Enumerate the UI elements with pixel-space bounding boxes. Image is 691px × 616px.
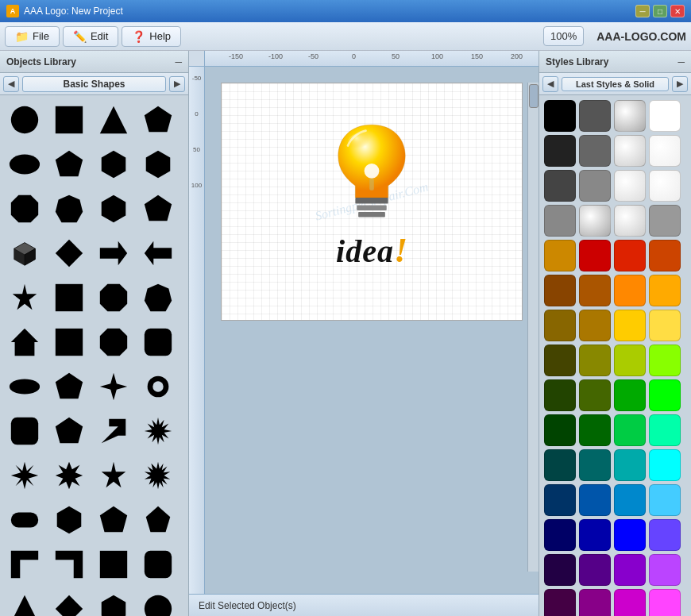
shape-cell[interactable] xyxy=(3,187,46,230)
shape-cell[interactable] xyxy=(48,543,91,586)
objects-prev-button[interactable]: ◀ xyxy=(3,76,19,92)
color-swatch[interactable] xyxy=(579,205,611,237)
shape-cell[interactable] xyxy=(48,587,91,616)
minimize-button[interactable]: ─ xyxy=(635,5,650,17)
shape-cell[interactable] xyxy=(3,410,46,452)
shape-cell[interactable] xyxy=(92,232,135,275)
color-swatch[interactable] xyxy=(579,240,611,271)
color-swatch[interactable] xyxy=(579,170,611,202)
color-swatch[interactable] xyxy=(579,275,611,306)
color-swatch[interactable] xyxy=(544,310,576,341)
color-swatch[interactable] xyxy=(649,170,681,202)
shape-cell[interactable] xyxy=(3,321,46,364)
shape-cell[interactable] xyxy=(3,232,46,275)
shape-cell[interactable] xyxy=(137,410,180,452)
color-swatch[interactable] xyxy=(649,449,681,481)
shape-cell[interactable] xyxy=(3,543,46,586)
help-menu[interactable]: ❓ Help xyxy=(122,26,181,47)
color-swatch[interactable] xyxy=(544,379,576,411)
color-swatch[interactable] xyxy=(614,589,646,616)
color-swatch[interactable] xyxy=(614,205,646,237)
color-swatch[interactable] xyxy=(649,205,681,237)
color-swatch[interactable] xyxy=(614,170,646,202)
shape-cell[interactable] xyxy=(137,321,180,364)
objects-library-collapse[interactable]: ─ xyxy=(176,56,183,67)
shape-cell[interactable] xyxy=(137,276,180,319)
color-swatch[interactable] xyxy=(649,240,681,271)
color-swatch[interactable] xyxy=(614,345,646,376)
shape-cell[interactable] xyxy=(3,143,46,186)
shape-cell[interactable] xyxy=(3,276,46,319)
color-swatch[interactable] xyxy=(544,589,576,616)
shape-cell[interactable] xyxy=(92,321,135,364)
shape-cell[interactable] xyxy=(48,143,91,186)
edit-menu[interactable]: ✏️ Edit xyxy=(63,26,118,47)
shape-cell[interactable] xyxy=(137,365,180,408)
shape-cell[interactable] xyxy=(137,232,180,275)
shape-cell[interactable] xyxy=(3,98,46,141)
shape-cell[interactable] xyxy=(48,98,91,141)
shape-cell[interactable] xyxy=(48,232,91,275)
color-swatch[interactable] xyxy=(544,135,576,167)
shape-cell[interactable] xyxy=(137,143,180,186)
close-button[interactable]: ✕ xyxy=(670,5,685,17)
canvas-scrollbar-vertical[interactable] xyxy=(527,83,539,572)
color-swatch[interactable] xyxy=(614,275,646,306)
color-swatch[interactable] xyxy=(579,310,611,341)
color-swatch[interactable] xyxy=(544,484,576,516)
color-swatch[interactable] xyxy=(614,449,646,481)
color-swatch[interactable] xyxy=(614,484,646,516)
color-swatch[interactable] xyxy=(544,275,576,306)
color-swatch[interactable] xyxy=(544,240,576,271)
color-swatch[interactable] xyxy=(649,135,681,167)
shape-cell[interactable] xyxy=(92,187,135,230)
color-swatch[interactable] xyxy=(579,414,611,446)
shape-cell[interactable] xyxy=(48,499,91,541)
shape-cell[interactable] xyxy=(92,143,135,186)
color-swatch[interactable] xyxy=(614,414,646,446)
styles-next-button[interactable]: ▶ xyxy=(672,76,688,92)
color-swatch[interactable] xyxy=(579,519,611,551)
color-swatch[interactable] xyxy=(579,554,611,586)
color-swatch[interactable] xyxy=(649,519,681,551)
color-swatch[interactable] xyxy=(649,414,681,446)
color-swatch[interactable] xyxy=(649,345,681,376)
color-swatch[interactable] xyxy=(544,519,576,551)
color-swatch[interactable] xyxy=(649,554,681,586)
color-swatch[interactable] xyxy=(579,449,611,481)
shape-cell[interactable] xyxy=(92,365,135,408)
color-swatch[interactable] xyxy=(649,379,681,411)
styles-prev-button[interactable]: ◀ xyxy=(542,76,558,92)
color-swatch[interactable] xyxy=(544,554,576,586)
scrollbar-thumb[interactable] xyxy=(529,84,539,108)
color-swatch[interactable] xyxy=(614,554,646,586)
color-swatch[interactable] xyxy=(649,100,681,132)
shape-cell[interactable] xyxy=(48,321,91,364)
shape-cell[interactable] xyxy=(137,454,180,497)
shape-cell[interactable] xyxy=(48,365,91,408)
file-menu[interactable]: 📁 File xyxy=(5,26,60,47)
color-swatch[interactable] xyxy=(579,135,611,167)
color-swatch[interactable] xyxy=(544,205,576,237)
color-swatch[interactable] xyxy=(614,519,646,551)
color-swatch[interactable] xyxy=(579,484,611,516)
objects-next-button[interactable]: ▶ xyxy=(169,76,185,92)
color-swatch[interactable] xyxy=(649,275,681,306)
color-swatch[interactable] xyxy=(649,484,681,516)
shape-cell[interactable] xyxy=(48,276,91,319)
shape-cell[interactable] xyxy=(92,276,135,319)
color-swatch[interactable] xyxy=(579,379,611,411)
maximize-button[interactable]: □ xyxy=(653,5,667,17)
shape-cell[interactable] xyxy=(137,543,180,586)
color-swatch[interactable] xyxy=(579,100,611,132)
shape-cell[interactable] xyxy=(3,365,46,408)
color-swatch[interactable] xyxy=(544,345,576,376)
color-swatch[interactable] xyxy=(544,170,576,202)
shape-cell[interactable] xyxy=(3,499,46,541)
color-swatch[interactable] xyxy=(614,310,646,341)
color-swatch[interactable] xyxy=(579,589,611,616)
shape-cell[interactable] xyxy=(137,587,180,616)
color-swatch[interactable] xyxy=(614,135,646,167)
color-swatch[interactable] xyxy=(544,414,576,446)
shape-cell[interactable] xyxy=(3,587,46,616)
